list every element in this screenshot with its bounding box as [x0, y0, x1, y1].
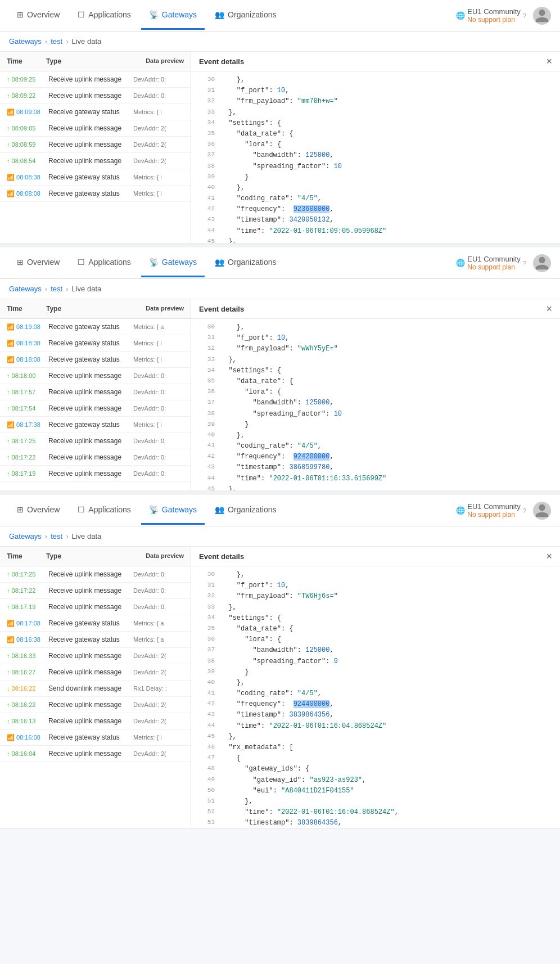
- table-row[interactable]: 📶 08:08:38 Receive gateway status Metric…: [0, 169, 191, 186]
- table-row[interactable]: 📶 08:08:08 Receive gateway status Metric…: [0, 186, 191, 202]
- table-row[interactable]: ↑ 08:16:04 Receive uplink message DevAdd…: [0, 746, 191, 762]
- tab-gateways-2[interactable]: 📡 Gateways: [141, 249, 205, 277]
- table-row[interactable]: ↑ 08:18:00 Receive uplink message DevAdd…: [0, 368, 191, 384]
- table-row[interactable]: ↑ 08:17:19 Receive uplink message DevAdd…: [0, 466, 191, 482]
- row-time: ↑ 08:09:22: [7, 92, 46, 99]
- tab-organizations-3[interactable]: 👥 Organizations: [207, 496, 284, 525]
- breadcrumb-2: Gateways › test › Live data: [0, 279, 560, 299]
- table-row[interactable]: 📶 08:09:08 Receive gateway status Metric…: [0, 104, 191, 120]
- col-time-label-3: Time: [7, 552, 46, 560]
- breadcrumb-test-2[interactable]: test: [51, 285, 62, 293]
- table-row[interactable]: 📶 08:18:08 Receive gateway status Metric…: [0, 352, 191, 368]
- table-row[interactable]: ↑ 08:17:22 Receive uplink message DevAdd…: [0, 583, 191, 599]
- help-icon-3[interactable]: ?: [523, 507, 526, 514]
- event-details-3: Event details × 30 }, 31 "f_port": 10, 3…: [191, 547, 560, 828]
- table-row[interactable]: ↑ 08:17:54 Receive uplink message DevAdd…: [0, 400, 191, 417]
- table-row[interactable]: ↑ 08:09:25 Receive uplink message DevAdd…: [0, 71, 191, 88]
- json-content-3: 30 }, 31 "f_port": 10, 32 "frm_payload":…: [191, 566, 560, 828]
- table-row[interactable]: 📶 08:16:08 Receive gateway status Metric…: [0, 729, 191, 746]
- close-button-3[interactable]: ×: [546, 551, 552, 561]
- table-row[interactable]: ↑ 08:17:19 Receive uplink message DevAdd…: [0, 599, 191, 615]
- tab-organizations-label-1: Organizations: [228, 10, 276, 19]
- col-type-label-2: Type: [46, 305, 133, 313]
- breadcrumb-gateways-2[interactable]: Gateways: [9, 285, 42, 293]
- overview-icon-1: ⊞: [17, 10, 24, 19]
- col-type-label-1: Type: [46, 57, 133, 65]
- table-row[interactable]: ↑ 08:08:59 Receive uplink message DevAdd…: [0, 137, 191, 153]
- overview-icon-3: ⊞: [17, 505, 24, 514]
- table-row[interactable]: ↑ 08:16:13 Receive uplink message DevAdd…: [0, 713, 191, 729]
- tab-overview-1[interactable]: ⊞ Overview: [9, 1, 67, 30]
- breadcrumb-livedata-3: Live data: [71, 532, 101, 540]
- gateways-icon-1: 📡: [149, 10, 159, 19]
- table-row[interactable]: ↑ 08:16:33 Receive uplink message DevAdd…: [0, 648, 191, 664]
- breadcrumb-3: Gateways › test › Live data: [0, 526, 560, 547]
- table-row[interactable]: ↑ 08:17:25 Receive uplink message DevAdd…: [0, 433, 191, 449]
- breadcrumb-gateways-3[interactable]: Gateways: [9, 532, 42, 540]
- tab-overview-3[interactable]: ⊞ Overview: [9, 496, 67, 525]
- tab-applications-1[interactable]: ☐ Applications: [70, 1, 139, 30]
- breadcrumb-livedata-2: Live data: [71, 285, 101, 293]
- breadcrumb-test-3[interactable]: test: [51, 532, 62, 540]
- help-icon-2[interactable]: ?: [523, 260, 526, 267]
- event-details-2: Event details × 30 }, 31 "f_port": 10, 3…: [191, 299, 560, 490]
- row-time: ↑ 08:08:54: [7, 157, 46, 164]
- table-row[interactable]: ↑ 08:17:25 Receive uplink message DevAdd…: [0, 566, 191, 583]
- breadcrumb-test-1[interactable]: test: [51, 37, 62, 46]
- table-row[interactable]: ↑ 08:09:05 Receive uplink message DevAdd…: [0, 120, 191, 137]
- table-row[interactable]: ↑ 08:16:22 Receive uplink message DevAdd…: [0, 697, 191, 713]
- row-time: 📶 08:09:08: [7, 109, 46, 116]
- row-preview: DevAddr: 2(: [133, 125, 184, 132]
- navbar-2: ⊞ Overview ☐ Applications 📡 Gateways 👥 O…: [0, 247, 560, 279]
- sep2: ›: [66, 37, 68, 46]
- tab-organizations-2[interactable]: 👥 Organizations: [207, 249, 284, 277]
- breadcrumb-livedata-1: Live data: [71, 37, 101, 46]
- close-button-2[interactable]: ×: [546, 304, 552, 314]
- community-name-2: EU1 Community: [467, 255, 521, 263]
- tab-gateways-3[interactable]: 📡 Gateways: [141, 496, 205, 525]
- breadcrumb-gateways-1[interactable]: Gateways: [9, 37, 42, 46]
- tab-organizations-label-3: Organizations: [228, 505, 276, 514]
- json-content-1: 30 }, 31 "f_port": 10, 32 "frm_payload":…: [191, 71, 560, 243]
- table-row[interactable]: ↑ 08:17:22 Receive uplink message DevAdd…: [0, 449, 191, 466]
- col-preview-label-2: Data preview: [133, 305, 184, 313]
- avatar-3: [533, 502, 551, 520]
- col-preview-label-3: Data preview: [133, 552, 184, 560]
- tab-applications-2[interactable]: ☐ Applications: [70, 249, 139, 277]
- tab-applications-label-3: Applications: [88, 505, 131, 514]
- table-row[interactable]: 📶 08:16:38 Receive gateway status Metric…: [0, 632, 191, 648]
- help-icon-1[interactable]: ?: [523, 12, 526, 19]
- table-row[interactable]: ↑ 08:08:54 Receive uplink message DevAdd…: [0, 153, 191, 169]
- avatar-1: [533, 7, 551, 25]
- table-row[interactable]: 📶 08:17:38 Receive gateway status Metric…: [0, 417, 191, 433]
- organizations-icon-1: 👥: [215, 10, 224, 19]
- close-button-1[interactable]: ×: [546, 56, 552, 66]
- tab-overview-2[interactable]: ⊞ Overview: [9, 249, 67, 277]
- applications-icon-3: ☐: [78, 505, 85, 514]
- table-row[interactable]: ↑ 08:16:27 Receive uplink message DevAdd…: [0, 664, 191, 681]
- table-row[interactable]: ↓ 08:16:22 Send downlink message Rx1 Del…: [0, 681, 191, 697]
- row-preview: Metrics: { i: [133, 109, 184, 115]
- tab-organizations-label-2: Organizations: [228, 258, 276, 267]
- support-link-1: No support plan: [467, 16, 521, 24]
- row-preview: Metrics: { i: [133, 174, 184, 181]
- row-type: Receive uplink message: [48, 75, 133, 83]
- row-type: Receive gateway status: [48, 108, 133, 116]
- gateways-icon-2: 📡: [149, 258, 159, 267]
- tab-organizations-1[interactable]: 👥 Organizations: [207, 1, 284, 30]
- tab-applications-label-2: Applications: [88, 258, 131, 267]
- overview-icon-2: ⊞: [17, 258, 24, 267]
- table-row[interactable]: 📶 08:19:08 Receive gateway status Metric…: [0, 319, 191, 335]
- tab-overview-label-2: Overview: [27, 258, 60, 267]
- data-table-1: Time Type Data preview ↑ 08:09:25 Receiv…: [0, 52, 191, 243]
- community-name-1: EU1 Community: [467, 7, 521, 16]
- row-time: 📶 08:08:08: [7, 190, 46, 197]
- table-row[interactable]: ↑ 08:09:22 Receive uplink message DevAdd…: [0, 88, 191, 104]
- row-time: 📶 08:08:38: [7, 174, 46, 181]
- table-row[interactable]: 📶 08:18:38 Receive gateway status Metric…: [0, 335, 191, 352]
- data-table-2: Time Type Data preview 📶 08:19:08 Receiv…: [0, 299, 191, 490]
- tab-gateways-1[interactable]: 📡 Gateways: [141, 1, 205, 30]
- table-row[interactable]: 📶 08:17:08 Receive gateway status Metric…: [0, 615, 191, 632]
- table-row[interactable]: ↑ 08:17:57 Receive uplink message DevAdd…: [0, 384, 191, 400]
- tab-applications-3[interactable]: ☐ Applications: [70, 496, 139, 525]
